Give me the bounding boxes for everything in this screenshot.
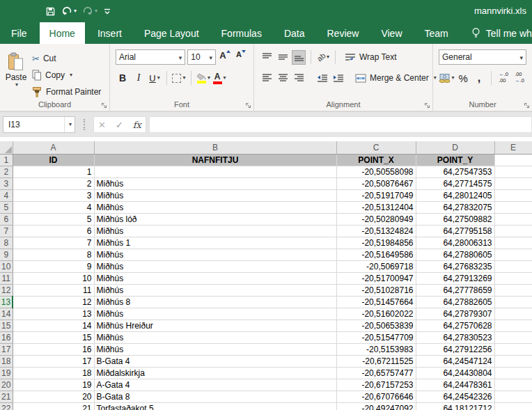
row-header-9[interactable]: 9 bbox=[0, 249, 13, 260]
cell[interactable]: Miðhús bbox=[94, 178, 336, 189]
cell[interactable]: POINT_X bbox=[336, 154, 416, 166]
cut-button[interactable]: ✂ Cut bbox=[32, 52, 101, 65]
cell[interactable]: 64,27509882 bbox=[416, 213, 494, 225]
row-header-8[interactable]: 8 bbox=[0, 237, 13, 249]
borders-button[interactable] bbox=[172, 71, 186, 86]
clipboard-dialog-launcher-icon[interactable] bbox=[101, 102, 107, 109]
cell[interactable]: -20,51917049 bbox=[336, 189, 416, 201]
cell[interactable]: 64,27912256 bbox=[416, 343, 494, 355]
cell[interactable]: 4 bbox=[13, 201, 94, 213]
cell[interactable]: -20,51457664 bbox=[336, 296, 416, 308]
tab-formulas[interactable]: Formulas bbox=[212, 22, 272, 44]
tab-view[interactable]: View bbox=[371, 22, 412, 44]
cell[interactable]: -20,51324824 bbox=[336, 225, 416, 237]
wrap-text-button[interactable]: Wrap Text bbox=[345, 50, 397, 64]
cell[interactable]: -20,50653839 bbox=[336, 320, 416, 331]
cell[interactable]: -20,51312404 bbox=[336, 201, 416, 213]
cell[interactable] bbox=[494, 189, 532, 201]
cell[interactable] bbox=[494, 225, 532, 237]
cell[interactable]: -20,51602022 bbox=[336, 308, 416, 320]
cell[interactable]: Miðdalskirkja bbox=[94, 367, 336, 379]
cell[interactable]: 64,27570628 bbox=[416, 320, 494, 331]
cell[interactable] bbox=[494, 355, 532, 367]
cell[interactable]: 64,27830523 bbox=[416, 331, 494, 343]
insert-function-icon[interactable]: fx bbox=[133, 120, 141, 130]
cell[interactable] bbox=[494, 249, 532, 260]
cell[interactable]: Miðhús bbox=[94, 225, 336, 237]
cell[interactable]: 64,27882605 bbox=[416, 296, 494, 308]
row-header-18[interactable]: 18 bbox=[0, 355, 13, 367]
cell[interactable]: -20,67157253 bbox=[336, 379, 416, 391]
row-header-3[interactable]: 3 bbox=[0, 178, 13, 189]
row-header-12[interactable]: 12 bbox=[0, 284, 13, 296]
cell[interactable]: 64,24478361 bbox=[416, 379, 494, 391]
cell[interactable]: 8 bbox=[13, 249, 94, 260]
row-header-22[interactable]: 22 bbox=[0, 402, 13, 410]
cell[interactable] bbox=[494, 296, 532, 308]
cell[interactable]: -20,50876467 bbox=[336, 178, 416, 189]
save-button[interactable] bbox=[43, 5, 58, 18]
row-header-13[interactable]: 13 bbox=[0, 296, 13, 308]
cell[interactable]: 15 bbox=[13, 331, 94, 343]
tab-home[interactable]: Home bbox=[40, 22, 85, 44]
name-box[interactable]: I13 bbox=[3, 116, 75, 133]
cell[interactable]: 11 bbox=[13, 284, 94, 296]
underline-button[interactable]: U bbox=[148, 71, 162, 86]
cell[interactable]: Miðhús 8 bbox=[94, 296, 336, 308]
select-all-button[interactable] bbox=[0, 141, 13, 154]
undo-button[interactable] bbox=[59, 4, 79, 18]
cell[interactable]: 64,27913269 bbox=[416, 272, 494, 284]
cell[interactable]: 64,24542326 bbox=[416, 391, 494, 402]
tab-data[interactable]: Data bbox=[274, 22, 315, 44]
cell[interactable]: B-Gata 4 bbox=[94, 355, 336, 367]
cell[interactable] bbox=[494, 260, 532, 272]
cell[interactable] bbox=[494, 154, 532, 166]
align-left-button[interactable] bbox=[260, 71, 274, 86]
cell[interactable]: -20,5153983 bbox=[336, 343, 416, 355]
row-header-10[interactable]: 10 bbox=[0, 260, 13, 272]
number-format-combo[interactable]: General bbox=[439, 49, 526, 65]
cell[interactable]: Miðhús bbox=[94, 249, 336, 260]
tab-page-layout[interactable]: Page Layout bbox=[134, 22, 209, 44]
column-header-b[interactable]: B bbox=[94, 141, 336, 154]
tell-me-box[interactable]: Tell me what you want to do bbox=[464, 22, 532, 44]
cell[interactable]: Miðhús bbox=[94, 272, 336, 284]
cell[interactable]: 14 bbox=[13, 320, 94, 331]
tab-team[interactable]: Team bbox=[415, 22, 458, 44]
column-header-c[interactable]: C bbox=[336, 141, 416, 154]
merge-and-center-button[interactable]: Merge & Center bbox=[355, 71, 437, 85]
row-header-20[interactable]: 20 bbox=[0, 379, 13, 391]
cell[interactable]: 64,24430804 bbox=[416, 367, 494, 379]
font-color-button[interactable]: A bbox=[212, 71, 226, 86]
cell[interactable] bbox=[494, 272, 532, 284]
cell[interactable]: Miðhús bbox=[94, 189, 336, 201]
column-header-d[interactable]: D bbox=[416, 141, 494, 154]
row-header-1[interactable]: 1 bbox=[0, 154, 13, 166]
cell[interactable]: 21 bbox=[13, 402, 94, 410]
cell[interactable]: Miðhús bbox=[94, 284, 336, 296]
increase-font-size-button[interactable]: A bbox=[218, 50, 232, 65]
cell[interactable] bbox=[494, 201, 532, 213]
row-header-2[interactable]: 2 bbox=[0, 166, 13, 178]
cell[interactable]: Miðhús bbox=[94, 201, 336, 213]
cell[interactable]: 64,27795158 bbox=[416, 225, 494, 237]
top-align-button[interactable] bbox=[260, 50, 274, 65]
font-size-combo[interactable]: 10 bbox=[187, 49, 216, 65]
cell[interactable]: B-Gata 8 bbox=[94, 391, 336, 402]
row-header-4[interactable]: 4 bbox=[0, 189, 13, 201]
cell[interactable] bbox=[494, 320, 532, 331]
align-right-button[interactable] bbox=[292, 71, 306, 86]
cell[interactable]: 64,27547353 bbox=[416, 166, 494, 178]
cell[interactable]: 64,27683235 bbox=[416, 260, 494, 272]
row-header-5[interactable]: 5 bbox=[0, 201, 13, 213]
customize-quick-access-toolbar-button[interactable] bbox=[101, 6, 114, 17]
row-header-6[interactable]: 6 bbox=[0, 213, 13, 225]
cell[interactable]: -20,50280949 bbox=[336, 213, 416, 225]
font-dialog-launcher-icon[interactable] bbox=[245, 102, 251, 109]
cell[interactable]: 64,27832075 bbox=[416, 201, 494, 213]
cell[interactable] bbox=[494, 166, 532, 178]
row-header-21[interactable]: 21 bbox=[0, 391, 13, 402]
row-header-14[interactable]: 14 bbox=[0, 308, 13, 320]
cell[interactable]: Miðhús bbox=[94, 343, 336, 355]
font-name-combo[interactable]: Arial bbox=[116, 49, 185, 65]
